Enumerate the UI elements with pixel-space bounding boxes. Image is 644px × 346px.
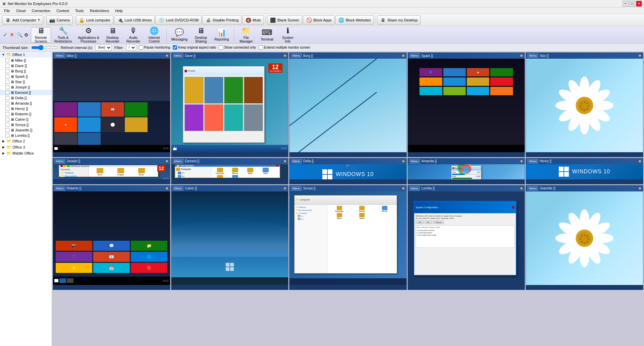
- sidebar-item-calvin[interactable]: 🖥 Calvin []: [0, 117, 52, 122]
- extend-monitor-check[interactable]: Extend multiple monitor screen: [259, 45, 310, 50]
- amanda-menu-button[interactable]: Menu: [409, 159, 420, 164]
- screen-borg[interactable]: Menu Borg [] 🔲: [289, 52, 407, 157]
- screen-della[interactable]: Menu Della [] 🔲 17° WINDOWS 10: [289, 158, 407, 184]
- sidebar-group-office2[interactable]: ▶ 📁 Office 2: [0, 138, 52, 144]
- terminal-button[interactable]: ⌨ Terminal: [257, 27, 277, 43]
- screen-roberto[interactable]: Menu Roberto [] 🔲 📷 💬 📁 🎵: [53, 185, 170, 290]
- spark-expand-icon[interactable]: 🔲: [520, 54, 523, 57]
- share-desktop-button[interactable]: 🖥 Share my Desktop: [377, 15, 421, 25]
- mike-expand-icon[interactable]: 🔲: [165, 54, 169, 57]
- borg-checkbox[interactable]: [5, 69, 9, 73]
- earnest-menu-button[interactable]: Menu: [173, 159, 184, 164]
- screen-dave[interactable]: Menu Dave [] 🔲 P: [171, 52, 289, 157]
- loretta-menu-button[interactable]: Menu: [409, 186, 420, 191]
- app-processes-button[interactable]: ⚙ Applications &Processes: [75, 27, 102, 43]
- sidebar-item-amanda[interactable]: 🖥 Amanda []: [0, 101, 52, 106]
- close-button[interactable]: ✕: [636, 1, 642, 7]
- lock-usb-button[interactable]: 🔌 Lock USB drives: [114, 15, 155, 25]
- roberto-screen-content[interactable]: 📷 💬 📁 🎵 📧 🌐 ⭐ 📅 🔴: [53, 191, 170, 285]
- tools-restrictions-button[interactable]: 🔧 Tools &Restrictions: [52, 27, 74, 43]
- della-expand-icon[interactable]: 🔲: [401, 160, 405, 163]
- calvin-checkbox[interactable]: [5, 117, 9, 121]
- mike-menu-button[interactable]: Menu: [54, 53, 65, 58]
- check-quick-icon[interactable]: ✓: [2, 32, 8, 38]
- sidebar-item-della[interactable]: 🖥 Della []: [0, 95, 52, 101]
- expand-office1-icon[interactable]: ▼: [1, 53, 5, 57]
- screen-spark[interactable]: Menu Spark [] 🔲 🔵 ●: [408, 52, 525, 157]
- mike-checkbox[interactable]: [5, 58, 9, 62]
- sidebar-group-middle[interactable]: ▶ 📁 Middle Office: [0, 150, 52, 156]
- roberto-menu-button[interactable]: Menu: [54, 186, 65, 191]
- expand-office3-icon[interactable]: ▶: [1, 145, 5, 149]
- pause-monitoring-check[interactable]: Pause monitoring: [139, 45, 170, 50]
- desktop-sharing-button[interactable]: 🖥 DesktopSharing: [191, 27, 211, 43]
- della-checkbox[interactable]: [5, 96, 9, 100]
- screen-amanda[interactable]: Menu Amanda [] 🔲: [408, 158, 525, 184]
- jeanette-checkbox[interactable]: [5, 128, 9, 132]
- amanda-checkbox[interactable]: [5, 101, 9, 105]
- calvin-expand-icon[interactable]: 🔲: [283, 187, 287, 190]
- screen-joseph[interactable]: Menu Joseph [] 🔲 W: [53, 158, 170, 184]
- filter-select[interactable]: /: [126, 45, 136, 51]
- della-screen-content[interactable]: 17° WINDOWS 10: [289, 164, 407, 179]
- henry-menu-button[interactable]: Menu: [527, 159, 538, 164]
- sidebar-item-loretta[interactable]: 🖥 Loretta []: [0, 133, 52, 138]
- borg-screen-content[interactable]: [289, 59, 407, 152]
- borg-expand-icon[interactable]: 🔲: [401, 54, 405, 57]
- screen-calvin[interactable]: Menu Calvin [] 🔲: [171, 185, 289, 290]
- settings-quick-icon[interactable]: ⚙: [23, 32, 29, 38]
- menu-cloud[interactable]: Cloud: [13, 8, 29, 13]
- mike-screen-content[interactable]: 📧 ●: [53, 59, 170, 152]
- desktop-recorder-button[interactable]: 🖥 DesktopRecorder: [103, 27, 123, 43]
- lock-computer-button[interactable]: 🔒 Lock computer: [76, 15, 113, 25]
- sonya-menu-button[interactable]: Menu: [291, 186, 302, 191]
- sidebar-item-joseph[interactable]: 🖥 Joseph []: [0, 84, 52, 90]
- star-screen-content[interactable]: [526, 59, 643, 152]
- show-connected-check[interactable]: Show connected only: [219, 45, 256, 50]
- spark-menu-button[interactable]: Menu: [409, 53, 420, 58]
- add-computer-dropdown[interactable]: ▼: [38, 18, 40, 21]
- joseph-expand-icon[interactable]: 🔲: [165, 160, 169, 163]
- dave-menu-button[interactable]: Menu: [173, 53, 184, 58]
- dave-expand-icon[interactable]: 🔲: [283, 54, 287, 57]
- amanda-expand-icon[interactable]: 🔲: [520, 160, 523, 163]
- sonya-screen-content[interactable]: 📁 Computer 📁 Desktop 📁 My Documents 📁 Co…: [289, 191, 407, 285]
- screen-star[interactable]: Menu Star [] 🔲: [526, 52, 643, 157]
- keep-aspect-check[interactable]: Keep original aspect ratio: [173, 45, 216, 50]
- jeanette-screen-content[interactable]: [526, 191, 643, 285]
- x-quick-icon[interactable]: ✕: [9, 32, 15, 38]
- camera-button[interactable]: 📷 Camera: [46, 15, 73, 25]
- calvin-menu-button[interactable]: Menu: [173, 186, 184, 191]
- restore-button[interactable]: □: [629, 1, 635, 7]
- blank-screen-button[interactable]: ⬛ Blank Screen: [267, 15, 302, 25]
- dave-screen-content[interactable]: Photos: [171, 59, 288, 152]
- search-quick-icon[interactable]: 🔍: [16, 32, 22, 38]
- earnest-screen-content[interactable]: 📁 File Manager Comput: [171, 164, 288, 179]
- dave-checkbox[interactable]: [5, 64, 9, 68]
- henry-screen-content[interactable]: WINDOWS 10: [526, 164, 643, 179]
- screen-mike[interactable]: Menu Mike [] 🔲 📧 ●: [53, 52, 170, 157]
- minimize-button[interactable]: ─: [623, 1, 629, 7]
- expand-office2-icon[interactable]: ▶: [1, 139, 5, 143]
- screen-sonya[interactable]: Menu Sonya [] 🔲 📁 Computer: [289, 185, 407, 290]
- spark-screen-content[interactable]: 🔵 ●: [408, 59, 525, 152]
- block-websites-button[interactable]: 🌐 Block Websites: [335, 15, 374, 25]
- block-apps-button[interactable]: 🚫 Block Apps: [303, 15, 334, 25]
- sonya-checkbox[interactable]: [5, 123, 9, 127]
- sidebar-group-office1[interactable]: ▼ 📁 Office 1: [0, 52, 52, 58]
- henry-checkbox[interactable]: [5, 107, 9, 111]
- sidebar-item-roberto[interactable]: 🖥 Roberto []: [0, 111, 52, 117]
- sonya-expand-icon[interactable]: 🔲: [401, 187, 405, 190]
- sidebar-item-henry[interactable]: 🖥 Henry []: [0, 106, 52, 111]
- della-menu-button[interactable]: Menu: [291, 159, 302, 164]
- sidebar-item-jeanette[interactable]: 🖥 Jeanette []: [0, 127, 52, 133]
- menu-connection[interactable]: Connection: [29, 8, 53, 13]
- star-expand-icon[interactable]: 🔲: [638, 54, 642, 57]
- menu-help[interactable]: Help: [112, 8, 125, 13]
- joseph-checkbox[interactable]: [5, 85, 9, 89]
- disable-printing-button[interactable]: 🖨 Disable Printing: [202, 15, 241, 25]
- screen-jeanette[interactable]: Menu Jeanette [] 🔲: [526, 185, 643, 290]
- sidebar-item-mike[interactable]: 🖥 Mike []: [0, 58, 52, 63]
- loretta-checkbox[interactable]: [5, 133, 9, 137]
- jeanette-menu-button[interactable]: Menu: [527, 186, 538, 191]
